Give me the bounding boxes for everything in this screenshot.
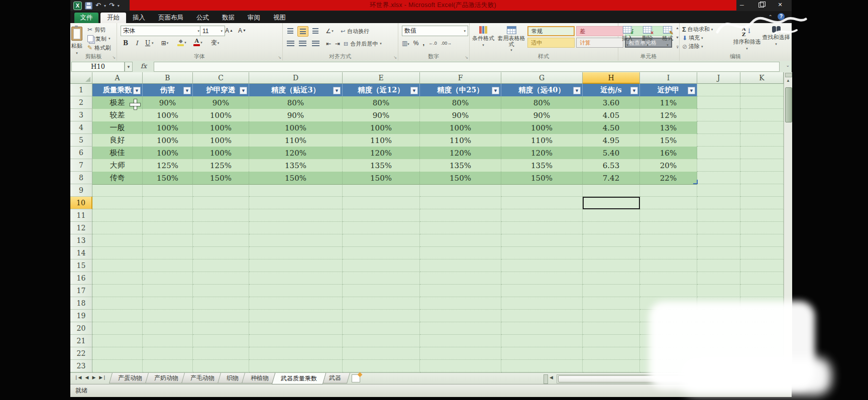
grid-cell[interactable] [193,297,249,310]
sheet-tab-1[interactable]: 产奶动物 [145,373,187,383]
comma-style-icon[interactable]: , [423,39,425,47]
grid-cell[interactable] [697,259,740,272]
name-box[interactable]: H10 [71,62,125,72]
table-cell[interactable]: 135% [501,159,583,172]
column-header-K[interactable]: K [740,72,784,84]
row-header-8[interactable]: 8 [70,172,92,184]
grid-cell[interactable] [740,222,784,234]
table-cell[interactable]: 90% [249,109,343,121]
ribbon-tab-2[interactable]: 页面布局 [152,13,190,23]
grid-cell[interactable] [583,335,640,347]
table-cell[interactable]: 良好 [92,134,143,147]
increase-indent-button[interactable]: ⇥ [333,39,343,48]
grid-cell[interactable] [193,197,249,209]
accounting-format-icon[interactable]: ▥▾ [402,40,409,47]
row-header-6[interactable]: 6 [70,147,92,159]
grid-cell[interactable] [92,272,143,285]
grid-cell[interactable] [740,272,784,285]
minimize-button[interactable]: ─ [735,1,748,9]
grid-cell[interactable] [249,335,343,347]
grid-cell[interactable] [193,209,249,222]
grid-cell[interactable] [640,184,697,197]
grid-cell[interactable] [193,347,249,360]
column-header-F[interactable]: F [420,72,501,84]
insert-cells-button[interactable]: + 插入▾ [618,23,637,47]
table-cell[interactable]: 传奇 [92,172,143,184]
filter-button[interactable]: ▼ [333,87,341,94]
ribbon-tab-1[interactable]: 插入 [126,13,152,23]
italic-button[interactable]: I [132,38,142,48]
grid-cell[interactable] [143,310,193,322]
row-header-3[interactable]: 3 [70,109,92,121]
row-header-20[interactable]: 20 [70,322,92,335]
grid-cell[interactable] [583,272,640,285]
table-cell[interactable]: 13% [640,121,697,134]
grid-cell[interactable] [343,297,420,310]
table-cell[interactable]: 100% [193,134,249,147]
row-header-4[interactable]: 4 [70,121,92,134]
row-header-14[interactable]: 14 [70,247,92,259]
column-header-C[interactable]: C [193,72,249,84]
grid-cell[interactable] [697,285,740,297]
grid-cell[interactable] [740,134,784,147]
grid-cell[interactable] [420,285,501,297]
column-header-H[interactable]: H [583,72,640,84]
grid-cell[interactable] [92,247,143,259]
grid-cell[interactable] [740,84,784,96]
percent-style-icon[interactable]: % [413,40,419,47]
grid-cell[interactable] [193,184,249,197]
prev-sheet-icon[interactable]: ◀ [85,375,88,380]
grid-cell[interactable] [343,197,420,209]
table-cell[interactable]: 100% [193,121,249,134]
grid-cell[interactable] [420,222,501,234]
grid-cell[interactable] [343,259,420,272]
cell-style-neutral[interactable]: 适中 [527,38,575,48]
grid-cell[interactable] [343,360,420,372]
table-header-cell[interactable]: 质量乘数▼ [92,84,143,96]
table-cell[interactable]: 80% [249,96,343,109]
grid-cell[interactable] [583,234,640,247]
table-cell[interactable]: 100% [249,121,343,134]
table-cell[interactable]: 6.53 [583,159,640,172]
align-middle-button[interactable] [297,26,308,37]
grid-cell[interactable] [193,322,249,335]
grid-cell[interactable] [501,247,583,259]
ribbon-tab-6[interactable]: 视图 [267,13,292,23]
table-cell[interactable]: 150% [193,172,249,184]
grid-cell[interactable] [740,234,784,247]
grid-cell[interactable] [583,222,640,234]
cut-button[interactable]: ✂剪切 [87,25,111,34]
grid-cell[interactable] [92,197,143,209]
grid-cell[interactable] [193,272,249,285]
grid-cell[interactable] [420,360,501,372]
grid-cell[interactable] [343,272,420,285]
row-header-1[interactable]: 1 [70,84,92,96]
grid-cell[interactable] [420,197,501,209]
table-cell[interactable]: 12% [640,109,697,121]
expand-formula-bar-icon[interactable]: ⌄ [786,63,790,68]
table-cell[interactable]: 4.95 [583,134,640,147]
grid-cell[interactable] [249,285,343,297]
filter-button[interactable]: ▼ [240,87,247,94]
table-header-cell[interactable]: 精度（中25）▼ [420,84,501,96]
grid-cell[interactable] [249,259,343,272]
font-dialog-launcher-icon[interactable]: ↘ [278,55,281,60]
grid-cell[interactable] [420,272,501,285]
grid-cell[interactable] [420,335,501,347]
table-cell[interactable]: 一般 [92,121,143,134]
table-cell[interactable]: 16% [640,147,697,159]
copy-button[interactable]: 复制▾ [87,34,111,43]
table-cell[interactable]: 4.50 [583,121,640,134]
save-icon[interactable] [85,2,92,10]
table-cell[interactable]: 90% [143,96,193,109]
grid-cell[interactable] [193,335,249,347]
file-tab[interactable]: 文件 [74,13,98,23]
grid-cell[interactable] [583,285,640,297]
grid-cell[interactable] [740,247,784,259]
table-cell[interactable]: 100% [143,134,193,147]
grid-cell[interactable] [92,360,143,372]
column-header-G[interactable]: G [501,72,583,84]
insert-worksheet-icon[interactable] [352,374,360,382]
sheet-tab-5[interactable]: 武器质量乘数 [271,373,326,384]
grid-cell[interactable] [249,234,343,247]
